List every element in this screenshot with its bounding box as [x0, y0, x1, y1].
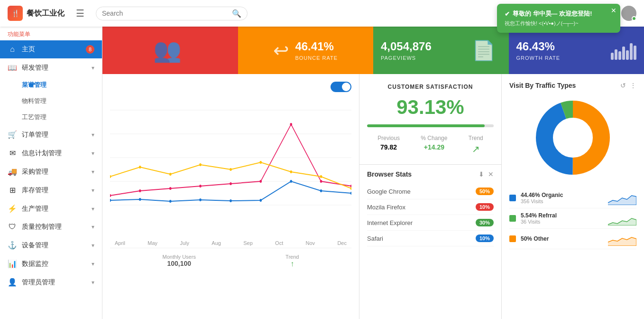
sidebar-item-rd[interactable]: 📖 研发管理 ▾	[0, 58, 102, 77]
referral-label: 5.54% Refrral	[521, 212, 603, 219]
x-label-aug: Aug	[212, 240, 221, 246]
header: 🍴 餐饮工业化 ☰ 🔍 ⛶ ⊞ ⚑ 🔔 🔊 ✕ ✔ 尊敬的 华中昊— 欢迎您登陆…	[0, 0, 644, 27]
svg-point-23	[110, 199, 111, 202]
sidebar-sub-wuliao[interactable]: 物料管理	[0, 93, 102, 109]
rp-header: Visit By Traffic Types ↺ ⋮	[509, 82, 636, 89]
logo-icon: 🍴	[8, 6, 23, 21]
legend-item-organic: 44.46% Organic 356 Visits	[509, 188, 636, 208]
sidebar-item-inventory[interactable]: ⊞ 库存管理 ▾	[0, 181, 102, 199]
mail-icon: ✉	[8, 149, 17, 158]
browser-item-ie: Internet Explorer 30%	[367, 215, 494, 231]
right-panel: Visit By Traffic Types ↺ ⋮	[502, 74, 644, 319]
sidebar-label-purchase: 采购管理	[22, 168, 48, 176]
stat-card-visitors: 👥	[102, 27, 238, 74]
book-icon: 📖	[8, 63, 17, 72]
search-box: 🔍	[96, 7, 248, 20]
referral-color	[509, 215, 516, 222]
svg-point-24	[139, 198, 141, 201]
sidebar-item-purchase[interactable]: 🚚 采购管理 ▾	[0, 162, 102, 181]
sidebar-item-order[interactable]: 🛒 订单管理 ▾	[0, 125, 102, 144]
sidebar-item-quality[interactable]: 🛡 质量控制管理 ▾	[0, 218, 102, 236]
bar-2	[615, 49, 617, 60]
bar-chart-icon: 📊	[8, 259, 17, 268]
referral-text: 5.54% Refrral 36 Visits	[521, 212, 603, 225]
sidebar-item-monitor[interactable]: 📊 数据监控 ▾	[0, 254, 102, 273]
monthly-value: 100,100	[163, 260, 196, 267]
sidebar-badge-home: 8	[86, 45, 94, 54]
x-label-sep: Sep	[243, 240, 253, 246]
hamburger-button[interactable]: ☰	[72, 6, 88, 21]
growth-mini-chart	[611, 41, 636, 60]
sidebar-sub-gongyi[interactable]: 工艺管理	[0, 109, 102, 125]
rp-more-button[interactable]: ⋮	[630, 82, 636, 89]
svg-point-7	[169, 187, 172, 190]
cs-trend: Trend ↗	[469, 135, 483, 155]
sidebar-item-info[interactable]: ✉ 信息计划管理 ▾	[0, 144, 102, 162]
visitors-icon: 👥	[153, 37, 182, 64]
svg-point-17	[199, 163, 202, 166]
sidebar-label-inventory: 库存管理	[22, 186, 48, 195]
admin-arrow-icon: ▾	[92, 279, 94, 286]
bs-download-button[interactable]: ⬇	[478, 170, 484, 178]
firefox-badge: 10%	[476, 203, 494, 211]
info-arrow-icon: ▾	[92, 150, 94, 157]
sidebar-item-admin[interactable]: 👤 管理员管理 ▾	[0, 273, 102, 291]
organic-sparkline	[608, 191, 636, 205]
referral-sparkline	[608, 211, 636, 225]
inventory-arrow-icon: ▾	[92, 187, 94, 194]
svg-point-18	[230, 168, 232, 171]
other-label: 50% Other	[521, 235, 603, 242]
organic-sub: 356 Visits	[521, 198, 603, 204]
svg-point-14	[110, 175, 111, 178]
bar-7	[634, 46, 636, 60]
browser-item-chrome: Google Chrome 50%	[367, 184, 494, 199]
sidebar-item-equipment[interactable]: ⚓ 设备管理 ▾	[0, 236, 102, 254]
search-input[interactable]	[102, 9, 232, 17]
sidebar-sub-caipuguanli[interactable]: 菜谱管理 ☛	[0, 77, 102, 93]
svg-point-15	[139, 166, 141, 169]
traffic-legend: 44.46% Organic 356 Visits 5.54% Refrral …	[509, 188, 636, 249]
sidebar-label-monitor: 数据监控	[22, 260, 48, 268]
home-icon: ⌂	[8, 45, 17, 54]
svg-point-27	[230, 199, 232, 202]
cs-previous: Previous 79.82	[377, 135, 400, 155]
logo: 🍴 餐饮工业化	[8, 6, 64, 21]
bs-header: Browser Stats ⬇ ✕	[367, 170, 494, 178]
logo-text: 餐饮工业化	[27, 9, 64, 19]
bs-actions: ⬇ ✕	[478, 170, 494, 178]
bar-6	[630, 43, 633, 60]
browser-stats: Browser Stats ⬇ ✕ Google Chrome 50% Mozi…	[359, 165, 501, 319]
cs-change-value: +14.29	[421, 143, 447, 151]
legend-item-referral: 5.54% Refrral 36 Visits	[509, 208, 636, 229]
svg-point-19	[259, 161, 262, 164]
growth-value: 46.43%	[516, 40, 611, 54]
x-label-april: April	[115, 240, 125, 246]
referral-sub: 36 Visits	[521, 219, 603, 225]
cart-icon: 🛒	[8, 130, 17, 139]
donut-chart	[530, 95, 616, 180]
x-label-dec: Dec	[337, 240, 347, 246]
bar-1	[611, 53, 614, 60]
avatar-container	[621, 6, 636, 21]
bs-close-button[interactable]: ✕	[488, 170, 494, 178]
sidebar: 功能菜单 ⌂ 主页 8 📖 研发管理 ▾ 菜谱管理 ☛ 物料管理 工艺管理 🛒 …	[0, 27, 102, 319]
notification-popup: ✕ ✔ 尊敬的 华中昊— 欢迎您登陆! 祝您工作愉快! <(•V•●)ノ(─┬─…	[497, 4, 620, 33]
monthly-label: Monthly Users	[163, 254, 196, 260]
bar-5	[626, 50, 629, 60]
svg-point-5	[110, 194, 111, 197]
online-dot	[632, 16, 636, 21]
line-chart	[110, 86, 351, 219]
customer-satisfaction: CUSTOMER SATISFACTION 93.13% Previous 79…	[359, 74, 501, 165]
quality-arrow-icon: ▾	[92, 224, 94, 230]
trend-label: Trend	[285, 254, 299, 260]
sidebar-label-equipment: 设备管理	[22, 241, 48, 250]
sidebar-item-home[interactable]: ⌂ 主页 8	[0, 40, 102, 58]
svg-point-21	[320, 175, 322, 178]
monitor-arrow-icon: ▾	[92, 261, 94, 267]
notification-close-button[interactable]: ✕	[611, 7, 616, 14]
browser-item-safari: Safari 10%	[367, 231, 494, 246]
growth-label: GROWTH RATE	[516, 55, 611, 61]
grid-icon: ⊞	[8, 186, 17, 195]
rp-refresh-button[interactable]: ↺	[620, 82, 626, 89]
sidebar-item-production[interactable]: ⚡ 生产管理 ▾	[0, 199, 102, 218]
